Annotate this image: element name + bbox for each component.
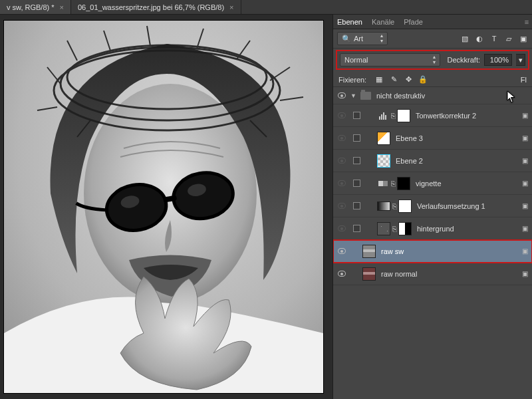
folder-icon (360, 92, 371, 100)
fx-icon[interactable]: ▣ (515, 112, 528, 119)
visibility-toggle[interactable] (333, 225, 350, 231)
fx-icon[interactable]: ▣ (515, 157, 528, 164)
gradient-icon (377, 178, 389, 189)
layer-thumbnail[interactable] (362, 267, 376, 281)
layer-thumbnail[interactable] (377, 222, 390, 235)
eye-icon (338, 271, 346, 277)
layer-checkbox[interactable] (353, 202, 360, 209)
lock-transparency-icon[interactable]: ▦ (374, 75, 384, 84)
layer-name[interactable]: Ebene 3 (396, 134, 515, 142)
filter-type-icon[interactable]: T (489, 34, 499, 43)
layer-row[interactable]: Ebene 2 ▣ (333, 150, 532, 172)
canvas-area[interactable] (0, 15, 327, 399)
search-icon: 🔍 (342, 35, 351, 43)
document-tabs: v sw, RGB/8) * × 06_01_wasserspritzer.jp… (0, 0, 532, 15)
layer-thumbnail[interactable] (377, 154, 390, 168)
mask-thumbnail[interactable] (398, 200, 412, 213)
layer-group-row[interactable]: ▼ nicht destruktiv (333, 87, 532, 104)
close-icon[interactable]: × (60, 3, 64, 11)
opacity-input[interactable]: 100% (484, 54, 512, 66)
mask-thumbnail[interactable] (398, 222, 412, 235)
lock-all-icon[interactable]: 🔒 (418, 75, 428, 84)
document-tab-active[interactable]: v sw, RGB/8) * × (0, 0, 71, 14)
blend-opacity-row: Normal ▴▾ Deckkraft: 100% ▾ (336, 50, 529, 70)
layer-row-selected[interactable]: raw sw ▣ (333, 240, 532, 263)
chevron-down-icon[interactable]: ▼ (350, 92, 356, 99)
layer-row[interactable]: ⎘ Verlaufsumsetzung 1 ▣ (333, 195, 532, 217)
panel-menu-icon[interactable]: ≡ (523, 15, 531, 29)
fx-icon[interactable]: ▣ (515, 270, 528, 277)
layer-row[interactable]: raw normal ▣ (333, 263, 532, 285)
canvas-image (4, 21, 323, 393)
layer-name[interactable]: raw normal (381, 270, 515, 278)
panel-gutter[interactable] (327, 15, 332, 399)
filter-shape-icon[interactable]: ▱ (504, 34, 513, 43)
layer-thumbnail[interactable] (362, 245, 376, 258)
layer-checkbox[interactable] (353, 157, 360, 164)
layer-thumbnail[interactable] (377, 132, 390, 145)
fx-icon[interactable]: ▣ (515, 134, 528, 142)
fx-icon[interactable]: ▣ (515, 225, 528, 232)
close-icon[interactable]: × (229, 3, 233, 11)
workspace: ≡ Ebenen Kanäle Pfade 🔍 Art ▴▾ ▧ ◐ T ▱ (0, 15, 532, 399)
eye-icon (338, 158, 346, 164)
layer-name[interactable]: Ebene 2 (396, 157, 515, 165)
filter-smart-icon[interactable]: ▣ (519, 34, 528, 43)
visibility-toggle[interactable] (333, 92, 350, 98)
visibility-toggle[interactable] (333, 158, 350, 164)
link-icon: ⎘ (389, 180, 397, 188)
lock-label: Fixieren: (338, 76, 366, 84)
layer-checkbox[interactable] (353, 180, 360, 187)
fx-icon[interactable]: ▣ (515, 202, 528, 209)
visibility-toggle[interactable] (333, 203, 350, 209)
layer-list: ▼ nicht destruktiv ⎘ Tonwertkorrektur 2 … (333, 87, 532, 399)
document-tab[interactable]: 06_01_wasserspritzer.jpg bei 66,7% (RGB/… (71, 0, 241, 14)
filter-type-label: Art (354, 35, 363, 43)
blend-mode-value: Normal (344, 56, 368, 64)
layers-panel: ≡ Ebenen Kanäle Pfade 🔍 Art ▴▾ ▧ ◐ T ▱ (332, 15, 532, 399)
tab-paths[interactable]: Pfade (404, 18, 423, 26)
layer-name[interactable]: vignette (416, 180, 515, 188)
layer-row[interactable]: Ebene 3 ▣ (333, 127, 532, 150)
visibility-toggle[interactable] (333, 248, 350, 254)
layer-filter-row: 🔍 Art ▴▾ ▧ ◐ T ▱ ▣ (333, 29, 532, 49)
lock-paint-icon[interactable]: ✎ (389, 75, 398, 84)
layer-name[interactable]: raw sw (381, 247, 515, 255)
tab-layers[interactable]: Ebenen (337, 18, 362, 26)
layer-checkbox[interactable] (353, 112, 360, 119)
layer-name[interactable]: hintergrund (417, 225, 515, 233)
filter-adjust-icon[interactable]: ◐ (475, 34, 484, 43)
layer-name[interactable]: Verlaufsumsetzung 1 (417, 202, 515, 210)
opacity-value: 100% (490, 56, 509, 64)
group-name[interactable]: nicht destruktiv (376, 92, 528, 100)
visibility-toggle[interactable] (333, 180, 350, 186)
svg-rect-26 (378, 181, 383, 186)
layer-row[interactable]: ⎘ hintergrund ▣ (333, 217, 532, 240)
layer-checkbox[interactable] (353, 134, 360, 142)
visibility-toggle[interactable] (333, 135, 350, 141)
filter-type-select[interactable]: 🔍 Art ▴▾ (337, 32, 388, 45)
visibility-toggle[interactable] (333, 112, 350, 118)
layer-row[interactable]: ⎘ Tonwertkorrektur 2 ▣ (333, 104, 532, 127)
lock-position-icon[interactable]: ✥ (404, 75, 413, 84)
fx-icon[interactable]: ▣ (515, 247, 528, 255)
svg-rect-21 (379, 116, 380, 120)
tab-channels[interactable]: Kanäle (372, 18, 394, 26)
blend-mode-select[interactable]: Normal ▴▾ (340, 53, 440, 66)
layer-checkbox[interactable] (353, 225, 360, 232)
fx-icon[interactable]: ▣ (515, 180, 528, 187)
layer-name[interactable]: Tonwertkorrektur 2 (416, 112, 515, 120)
link-icon: ⎘ (390, 202, 398, 210)
mask-thumbnail[interactable] (397, 177, 410, 190)
filter-pixel-icon[interactable]: ▧ (460, 34, 469, 43)
document-tab-label: v sw, RGB/8) * (7, 3, 55, 11)
link-icon: ⎘ (390, 225, 398, 233)
visibility-toggle[interactable] (333, 271, 350, 277)
lock-row: Fixieren: ▦ ✎ ✥ 🔒 Fl (333, 72, 532, 87)
filter-icons: ▧ ◐ T ▱ ▣ (460, 34, 528, 43)
app-root: v sw, RGB/8) * × 06_01_wasserspritzer.jp… (0, 0, 532, 399)
opacity-dropdown-icon[interactable]: ▾ (516, 54, 525, 66)
eye-icon (338, 180, 346, 186)
mask-thumbnail[interactable] (397, 109, 410, 122)
layer-row[interactable]: ⎘ vignette ▣ (333, 172, 532, 195)
